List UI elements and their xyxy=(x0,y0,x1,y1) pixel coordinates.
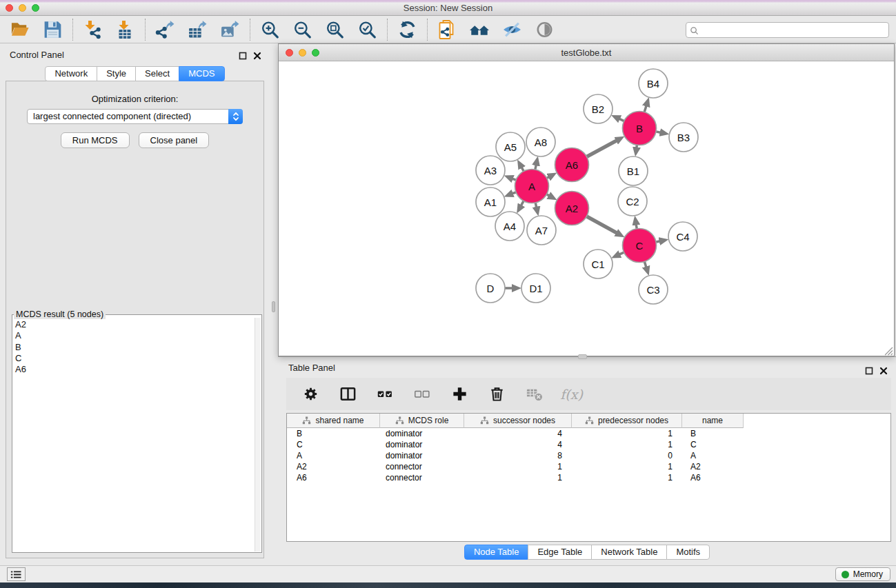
refresh-layout-icon[interactable] xyxy=(397,19,418,40)
table-cell[interactable]: A2 xyxy=(287,462,380,472)
table-row[interactable]: A2connector11A2 xyxy=(287,461,890,472)
table-row[interactable]: Cdominator41C xyxy=(287,439,890,450)
graph-edge-A2-C[interactable] xyxy=(586,216,617,234)
close-panel-icon[interactable] xyxy=(253,50,261,59)
table-cell[interactable]: dominator xyxy=(380,451,464,460)
memory-button[interactable]: Memory xyxy=(835,567,890,581)
result-item[interactable]: A6 xyxy=(15,364,255,375)
table-cell[interactable]: 4 xyxy=(464,440,572,449)
tab-edge-table[interactable]: Edge Table xyxy=(528,545,592,560)
graph-edge-C-C3[interactable] xyxy=(644,261,646,267)
tab-select[interactable]: Select xyxy=(135,66,179,81)
column-header-predecessor-nodes[interactable]: predecessor nodes xyxy=(572,414,682,428)
add-column-icon[interactable] xyxy=(449,384,470,405)
column-header-shared-name[interactable]: shared name xyxy=(287,414,380,428)
float-panel-icon[interactable] xyxy=(239,50,247,59)
table-row[interactable]: A6connector11A6 xyxy=(287,472,890,483)
panel-divider-grip[interactable] xyxy=(272,301,275,312)
network-canvas[interactable]: B4B2BB3B1A5A8A6A3AA1A4A7A2C2CC4C1C3DD1 xyxy=(279,61,894,356)
table-cell[interactable]: 1 xyxy=(572,429,682,438)
tab-style[interactable]: Style xyxy=(97,66,136,81)
graph-edge-C-C4[interactable] xyxy=(656,241,661,242)
close-table-panel-icon[interactable] xyxy=(879,365,888,374)
table-cell[interactable]: 1 xyxy=(464,462,572,472)
toggle-panel-icon[interactable] xyxy=(337,384,359,405)
table-cell[interactable]: 1 xyxy=(572,473,682,483)
table-cell[interactable]: 1 xyxy=(572,462,682,472)
zoom-out-icon[interactable] xyxy=(292,19,313,40)
graph-edge-B-B3[interactable] xyxy=(656,132,661,133)
table-cell[interactable]: 8 xyxy=(464,451,572,460)
table-cell[interactable]: A xyxy=(682,451,744,460)
tab-motifs[interactable]: Motifs xyxy=(666,545,710,560)
table-row[interactable]: Bdominator41B xyxy=(287,428,890,439)
zoom-selected-icon[interactable] xyxy=(357,19,378,40)
graph-edge-C-C2[interactable] xyxy=(636,224,637,229)
table-cell[interactable]: 1 xyxy=(464,473,572,483)
table-cell[interactable]: A6 xyxy=(682,473,744,483)
table-cell[interactable]: 0 xyxy=(572,451,682,460)
search-input[interactable] xyxy=(686,22,889,38)
network-window-titlebar[interactable]: testGlobe.txt xyxy=(279,44,894,61)
table-cell[interactable]: connector xyxy=(380,473,464,483)
mcds-result-list[interactable]: A2ABCA6 xyxy=(12,318,255,552)
criterion-dropdown[interactable]: largest connected component (directed) xyxy=(27,109,243,124)
hide-selected-icon[interactable] xyxy=(501,19,523,40)
column-header-MCDS-role[interactable]: MCDS role xyxy=(380,414,464,428)
zoom-fit-icon[interactable] xyxy=(324,19,346,40)
graph-edge-B-B2[interactable] xyxy=(619,119,624,121)
graph-edge-A-A1[interactable] xyxy=(512,192,516,194)
first-neighbors-icon[interactable] xyxy=(469,19,490,40)
table-options-icon[interactable] xyxy=(300,384,321,405)
import-network-icon[interactable] xyxy=(82,19,103,40)
graph-edge-A-A4[interactable] xyxy=(521,201,524,206)
open-session-icon[interactable] xyxy=(10,19,31,40)
table-cell[interactable]: dominator xyxy=(380,429,464,438)
table-cell[interactable]: C xyxy=(287,440,380,449)
tab-mcds[interactable]: MCDS xyxy=(179,66,224,81)
show-all-icon[interactable] xyxy=(534,19,555,40)
select-all-icon[interactable] xyxy=(375,384,396,405)
export-image-icon[interactable] xyxy=(219,19,241,40)
table-cell[interactable]: A6 xyxy=(287,473,380,483)
run-mcds-button[interactable]: Run MCDS xyxy=(61,132,130,148)
graph-edge-A6-B[interactable] xyxy=(587,140,617,156)
result-item[interactable]: A2 xyxy=(15,319,255,330)
export-table-icon[interactable] xyxy=(187,19,208,40)
tab-network-table[interactable]: Network Table xyxy=(591,545,667,560)
table-row[interactable]: Adominator80A xyxy=(287,450,890,461)
save-session-icon[interactable] xyxy=(42,19,63,40)
graph-edge-A-A5[interactable] xyxy=(521,167,524,171)
graph-edge-A-A3[interactable] xyxy=(512,179,516,180)
column-header-name[interactable]: name xyxy=(682,414,744,428)
task-history-button[interactable] xyxy=(7,567,26,581)
graph-edge-B-B4[interactable] xyxy=(644,105,646,112)
result-item[interactable]: B xyxy=(15,342,255,353)
table-cell[interactable]: B xyxy=(682,429,744,438)
network-from-selection-icon[interactable] xyxy=(437,19,458,40)
graph-edge-A-A7[interactable] xyxy=(535,203,537,208)
delete-column-icon[interactable] xyxy=(486,384,508,405)
table-cell[interactable]: A xyxy=(287,451,380,460)
table-cell[interactable]: B xyxy=(287,429,380,438)
table-cell[interactable]: 1 xyxy=(572,440,682,449)
table-cell[interactable]: connector xyxy=(380,462,464,472)
resize-grip-icon[interactable] xyxy=(884,346,893,355)
table-cell[interactable]: dominator xyxy=(380,440,464,449)
column-header-successor-nodes[interactable]: successor nodes xyxy=(464,414,572,428)
table-cell[interactable]: C xyxy=(682,440,744,449)
tab-node-table[interactable]: Node Table xyxy=(464,545,529,560)
result-item[interactable]: C xyxy=(15,353,255,364)
table-cell[interactable]: A2 xyxy=(682,462,744,472)
graph-edge-A-A8[interactable] xyxy=(535,164,537,170)
tab-network[interactable]: Network xyxy=(45,66,97,81)
import-table-icon[interactable] xyxy=(115,19,136,40)
close-panel-button[interactable]: Close panel xyxy=(139,132,210,148)
export-network-icon[interactable] xyxy=(155,19,176,40)
zoom-in-icon[interactable] xyxy=(259,19,281,40)
graph-edge-C-C1[interactable] xyxy=(619,252,624,254)
result-scrollbar[interactable] xyxy=(255,318,261,551)
result-item[interactable]: A xyxy=(15,330,255,341)
float-table-panel-icon[interactable] xyxy=(865,365,873,374)
table-cell[interactable]: 4 xyxy=(464,429,572,438)
